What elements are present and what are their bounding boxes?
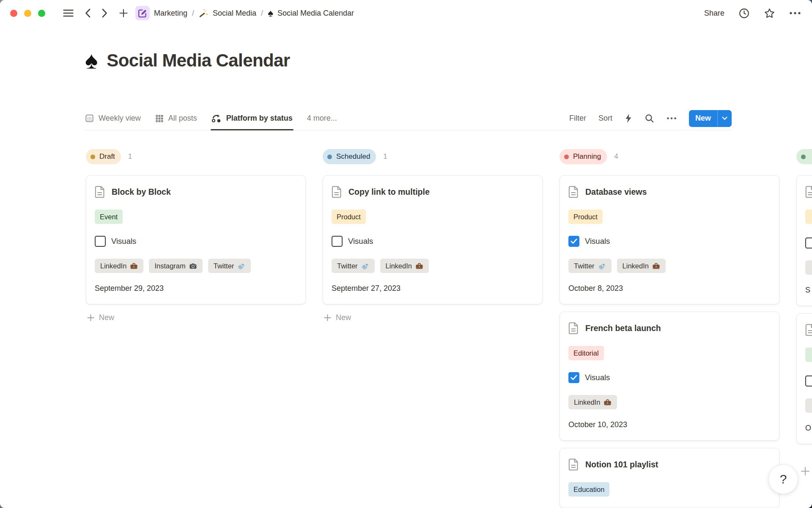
platform-tag: Twitter <box>568 259 612 273</box>
page-doc-icon <box>568 186 579 198</box>
status-dot-icon <box>327 155 332 159</box>
add-group-plus-icon[interactable] <box>800 466 810 478</box>
checkbox-label: Visuals <box>585 237 610 246</box>
lightning-icon[interactable] <box>625 113 632 123</box>
board-column-planning: Planning4Database viewsProductVisualsTwi… <box>560 149 779 508</box>
card-title: French beta launch <box>585 323 661 333</box>
breadcrumb-separator: / <box>261 9 263 18</box>
column-header: Scheduled1 <box>323 149 543 164</box>
notion-window: Marketing / Social Media / ♠ Social Medi… <box>0 0 812 508</box>
visuals-checkbox[interactable] <box>95 236 106 247</box>
status-dot-icon <box>564 155 569 159</box>
page-content: ♠ Social Media Calendar Weekly viewAll p… <box>0 48 812 508</box>
page-doc-icon <box>332 186 342 198</box>
add-card-button[interactable]: New <box>323 311 352 325</box>
briefcase-emoji <box>652 262 660 270</box>
breadcrumb: Marketing / Social Media / ♠ Social Medi… <box>135 6 354 20</box>
calendar-icon <box>85 114 94 123</box>
share-button[interactable]: Share <box>704 9 724 18</box>
nav-back-icon[interactable] <box>85 8 91 18</box>
card-tag: Event <box>95 210 123 224</box>
status-cycle-icon <box>211 114 222 123</box>
breadcrumb-item-social-media[interactable]: Social Media <box>199 8 256 18</box>
more-options-icon[interactable] <box>789 11 801 15</box>
visuals-checkbox[interactable] <box>805 375 812 387</box>
board-card[interactable]: S <box>796 175 812 306</box>
visuals-checkbox[interactable] <box>568 372 579 383</box>
breadcrumb-separator: / <box>192 9 195 18</box>
star-icon[interactable] <box>764 8 775 19</box>
visuals-checkbox[interactable] <box>805 237 812 248</box>
sidebar-toggle-icon[interactable] <box>63 9 74 17</box>
checkbox-label: Visuals <box>585 373 610 382</box>
visuals-checkbox[interactable] <box>568 236 579 247</box>
platform-tag: LinkedIn <box>380 259 429 273</box>
briefcase-emoji <box>130 262 138 270</box>
help-button[interactable]: ? <box>768 464 798 494</box>
page-title[interactable]: Social Media Calendar <box>107 50 290 71</box>
new-dropdown-chevron-icon[interactable] <box>717 110 732 127</box>
compose-icon <box>135 6 150 20</box>
board-card[interactable]: Notion 101 playlistEducation <box>560 448 779 508</box>
board-card[interactable]: Block by BlockEventVisualsLinkedInInstag… <box>86 175 306 304</box>
nav-forward-icon[interactable] <box>102 8 107 18</box>
card-title: Database views <box>585 187 647 197</box>
column-count: 1 <box>128 152 132 161</box>
column-header: Planning4 <box>560 149 779 164</box>
board-card[interactable]: O <box>796 313 812 444</box>
new-button[interactable]: New <box>689 110 717 127</box>
board-column-partial: SO <box>796 149 812 444</box>
bird-emoji <box>361 262 369 270</box>
page-doc-icon <box>805 186 812 198</box>
maximize-window-button[interactable] <box>38 10 45 17</box>
sort-button[interactable]: Sort <box>598 114 612 123</box>
card-date: October 10, 2023 <box>568 420 771 429</box>
clock-icon[interactable] <box>738 8 750 19</box>
visuals-checkbox[interactable] <box>332 236 343 247</box>
checkbox-label: Visuals <box>348 237 373 246</box>
add-card-button[interactable]: New <box>86 311 115 325</box>
card-tag: Product <box>568 210 603 224</box>
status-dot-icon <box>801 155 806 159</box>
kanban-board: Draft1Block by BlockEventVisualsLinkedIn… <box>86 149 812 508</box>
view-tab-platform-by-status[interactable]: Platform by status <box>211 107 293 130</box>
board-column-scheduled: Scheduled1Copy link to multipleProductVi… <box>323 149 543 325</box>
column-cards: Block by BlockEventVisualsLinkedInInstag… <box>86 175 306 304</box>
close-window-button[interactable] <box>10 10 17 17</box>
platform-tag: Twitter <box>208 259 251 273</box>
new-page-plus-icon[interactable] <box>119 8 128 18</box>
card-date: September 27, 2023 <box>332 284 534 293</box>
breadcrumb-item-social-media-calendar[interactable]: ♠ Social Media Calendar <box>268 8 354 18</box>
card-date: October 8, 2023 <box>568 284 771 293</box>
board-column-draft: Draft1Block by BlockEventVisualsLinkedIn… <box>86 149 306 325</box>
view-tab-4-more[interactable]: 4 more... <box>307 107 337 130</box>
search-icon[interactable] <box>645 113 654 123</box>
status-pill[interactable]: Draft <box>86 149 121 164</box>
breadcrumb-item-marketing[interactable]: Marketing <box>135 6 187 20</box>
briefcase-emoji <box>604 398 612 406</box>
view-tabs: Weekly viewAll postsPlatform by status4 … <box>85 107 337 130</box>
page-icon-spade[interactable]: ♠ <box>85 48 98 72</box>
card-tag: Editorial <box>568 346 604 360</box>
column-cards: SO <box>796 175 812 444</box>
view-settings-ellipsis-icon[interactable] <box>667 117 677 120</box>
card-tag <box>805 210 812 224</box>
page-doc-icon <box>568 322 579 334</box>
view-tab-weekly-view[interactable]: Weekly view <box>85 107 141 130</box>
spade-emoji: ♠ <box>268 8 273 18</box>
view-tab-all-posts[interactable]: All posts <box>155 107 197 130</box>
card-title: Notion 101 playlist <box>585 460 658 469</box>
card-title: Copy link to multiple <box>348 187 430 197</box>
card-tag <box>805 348 812 362</box>
window-controls <box>10 10 45 17</box>
platform-tag: LinkedIn <box>568 395 617 409</box>
board-card[interactable]: Copy link to multipleProductVisualsTwitt… <box>323 175 543 304</box>
filter-button[interactable]: Filter <box>569 114 586 123</box>
status-pill[interactable]: Planning <box>560 149 607 164</box>
status-pill[interactable]: Scheduled <box>323 149 376 164</box>
minimize-window-button[interactable] <box>24 10 31 17</box>
status-pill[interactable] <box>796 149 812 164</box>
checkbox-label: Visuals <box>111 237 136 246</box>
board-card[interactable]: French beta launchEditorialVisualsLinked… <box>560 312 779 441</box>
board-card[interactable]: Database viewsProductVisualsTwitterLinke… <box>560 175 779 304</box>
